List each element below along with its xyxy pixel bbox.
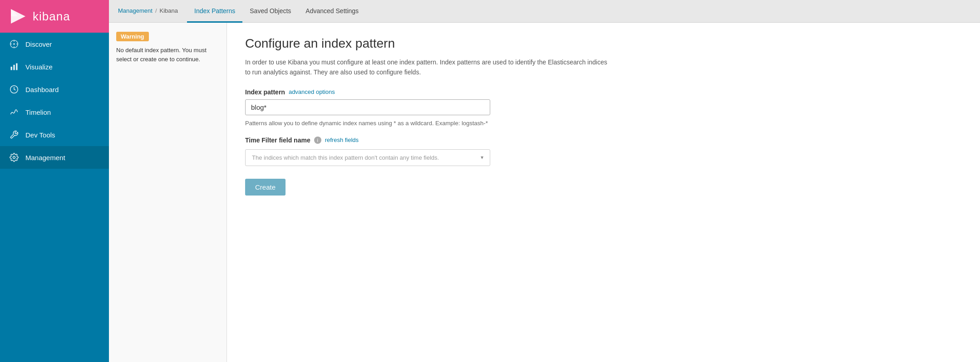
top-nav: Management / Kibana Index Patterns Saved… (109, 0, 980, 23)
sidebar-item-discover[interactable]: Discover (0, 33, 109, 55)
chevron-down-icon: ▾ (481, 154, 483, 161)
tab-nav: Index Patterns Saved Objects Advanced Se… (187, 0, 366, 22)
logo-text: kibana (33, 10, 70, 24)
sidebar-item-visualize-label: Visualize (25, 63, 53, 71)
configure-description: In order to use Kibana you must configur… (245, 57, 608, 78)
info-icon[interactable]: i (314, 137, 321, 144)
warning-panel: Warning No default index pattern. You mu… (109, 23, 227, 362)
index-pattern-input[interactable] (245, 99, 490, 115)
sidebar-item-timelion[interactable]: Timelion (0, 101, 109, 123)
sidebar-nav: Discover Visualize Dashboard Timelion De… (0, 33, 109, 362)
bar-chart-icon (9, 62, 19, 72)
gear-icon (9, 152, 19, 162)
index-pattern-field-label: Index pattern advanced options (245, 88, 962, 96)
kibana-logo-icon (9, 7, 27, 25)
sidebar-item-discover-label: Discover (25, 40, 52, 48)
tab-advanced-settings[interactable]: Advanced Settings (298, 0, 366, 23)
breadcrumb: Management / Kibana (118, 0, 178, 22)
dashboard-icon (9, 84, 19, 94)
refresh-fields-link[interactable]: refresh fields (325, 137, 359, 143)
breadcrumb-parent[interactable]: Management (118, 7, 153, 14)
sidebar-item-dev-tools[interactable]: Dev Tools (0, 123, 109, 146)
time-filter-label: Time Filter field name (245, 137, 310, 144)
timelion-icon (9, 107, 19, 117)
sidebar-item-management-label: Management (25, 154, 65, 161)
svg-rect-8 (11, 67, 12, 70)
time-filter-row: Time Filter field name i refresh fields (245, 137, 962, 144)
svg-point-3 (13, 43, 15, 44)
configure-title: Configure an index pattern (245, 36, 962, 51)
logo-area: kibana (0, 0, 109, 33)
index-pattern-label-text: Index pattern (245, 88, 285, 96)
wrench-icon (9, 130, 19, 140)
sidebar-item-dashboard-label: Dashboard (25, 86, 59, 93)
sidebar-item-management[interactable]: Management (0, 146, 109, 169)
warning-badge: Warning (116, 32, 149, 41)
breadcrumb-current: Kibana (160, 7, 178, 14)
sidebar-item-visualize[interactable]: Visualize (0, 55, 109, 78)
svg-rect-9 (13, 65, 15, 70)
index-pattern-hint: Patterns allow you to define dynamic ind… (245, 120, 962, 127)
sidebar-item-dashboard[interactable]: Dashboard (0, 78, 109, 101)
warning-text: No default index pattern. You must selec… (116, 46, 219, 64)
breadcrumb-separator: / (155, 7, 157, 14)
sidebar: kibana Discover Visualize Dashboard Time… (0, 0, 109, 362)
time-filter-placeholder: The indices which match this index patte… (252, 154, 439, 161)
sidebar-item-timelion-label: Timelion (25, 108, 51, 116)
main-area: Management / Kibana Index Patterns Saved… (109, 0, 980, 362)
svg-rect-10 (16, 64, 17, 70)
compass-icon (9, 39, 19, 49)
sidebar-item-dev-tools-label: Dev Tools (25, 131, 55, 139)
svg-point-12 (13, 157, 15, 159)
configure-panel: Configure an index pattern In order to u… (227, 23, 980, 362)
create-button[interactable]: Create (245, 179, 286, 196)
time-filter-select[interactable]: The indices which match this index patte… (245, 149, 490, 166)
tab-index-patterns[interactable]: Index Patterns (187, 0, 242, 23)
content-area: Warning No default index pattern. You mu… (109, 23, 980, 362)
tab-saved-objects[interactable]: Saved Objects (242, 0, 298, 23)
advanced-options-link[interactable]: advanced options (289, 88, 335, 95)
